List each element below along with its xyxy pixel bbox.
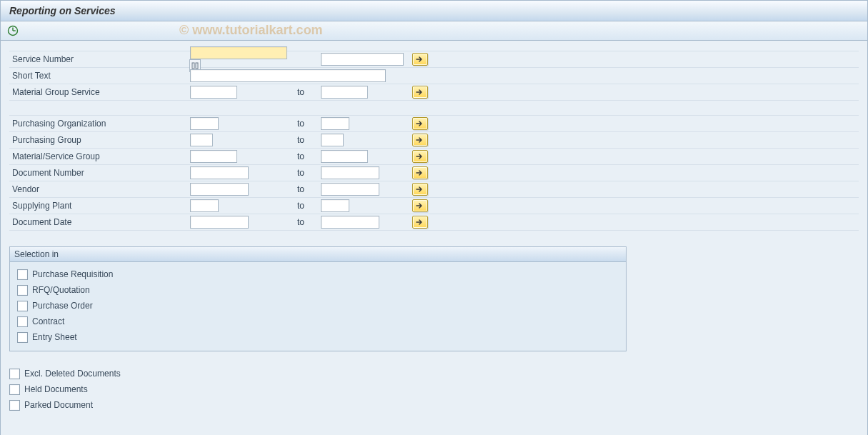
multiple-selection-button[interactable] [412,53,428,66]
checkbox-label: Entry Sheet [32,332,77,342]
multiple-selection-button[interactable] [412,86,428,99]
row-purchasing-group: Purchasing Group to [9,132,859,149]
document-date-from-input[interactable] [190,216,249,229]
selection-in-group: Selection in Purchase Requisition RFQ/Qu… [9,246,627,351]
material-service-group-to-input[interactable] [321,150,368,163]
checkbox[interactable] [9,369,20,379]
watermark: © www.tutorialkart.com [179,23,323,38]
row-supplying-plant: Supplying Plant to [9,198,859,214]
vendor-to-input[interactable] [321,183,379,196]
checkbox[interactable] [17,301,28,311]
multiple-selection-button[interactable] [412,117,428,130]
execute-button[interactable] [6,24,19,37]
label-document-number: Document Number [9,168,190,178]
document-date-to-input[interactable] [321,216,379,229]
selection-in-title: Selection in [10,247,626,262]
purchasing-group-to-input[interactable] [321,134,344,146]
checkbox-label: Parked Document [24,400,93,410]
checkbox-label: Contract [32,316,64,326]
document-number-from-input[interactable] [190,166,249,179]
purchasing-group-from-input[interactable] [190,134,213,146]
multiple-selection-button[interactable] [412,216,428,229]
row-material-group-service: Material Group Service to [9,84,859,101]
service-number-from-input[interactable] [190,46,287,59]
multiple-selection-button[interactable] [412,134,428,146]
checkbox[interactable] [17,332,28,343]
checkbox-label: RFQ/Quotation [32,285,90,295]
material-group-service-to-input[interactable] [321,86,368,99]
title-bar: Reporting on Services [0,0,868,21]
multiple-selection-button[interactable] [412,166,428,179]
checkbox[interactable] [17,285,28,296]
chk-entry-sheet: Entry Sheet [17,329,619,345]
chk-contract: Contract [17,314,619,329]
chk-rfq-quotation: RFQ/Quotation [17,282,619,298]
label-document-date: Document Date [9,217,190,227]
checkbox-label: Excl. Deleted Documents [24,369,121,379]
label-short-text: Short Text [9,71,190,81]
label-service-number: Service Number [9,54,190,64]
row-service-number: Service Number [9,51,859,68]
checkbox-label: Purchase Requisition [32,269,113,279]
application-toolbar: © www.tutorialkart.com [0,21,868,41]
checkbox[interactable] [9,400,20,411]
to-label: to [297,168,321,178]
checkbox[interactable] [17,269,28,280]
row-short-text: Short Text [9,68,859,84]
to-label: to [297,87,321,97]
to-label: to [297,119,321,129]
checkbox-label: Purchase Order [32,301,93,311]
checkbox-label: Held Documents [24,384,88,394]
purchasing-org-from-input[interactable] [190,117,219,130]
multiple-selection-button[interactable] [412,183,428,196]
label-vendor: Vendor [9,184,190,194]
multiple-selection-button[interactable] [412,150,428,163]
chk-parked-document: Parked Document [9,397,859,413]
row-document-date: Document Date to [9,214,859,231]
chk-excl-deleted-documents: Excl. Deleted Documents [9,366,859,381]
document-number-to-input[interactable] [321,166,379,179]
label-material-group-service: Material Group Service [9,87,190,97]
row-purchasing-org: Purchasing Organization to [9,115,859,132]
label-material-service-group: Material/Service Group [9,151,190,161]
to-label: to [297,151,321,161]
to-label: to [297,135,321,145]
chk-held-documents: Held Documents [9,381,859,397]
row-material-service-group: Material/Service Group to [9,149,859,165]
service-number-to-input[interactable] [321,53,404,66]
material-service-group-from-input[interactable] [190,150,237,163]
chk-purchase-order: Purchase Order [17,298,619,314]
purchasing-org-to-input[interactable] [321,117,349,130]
short-text-input[interactable] [190,69,386,82]
page-title: Reporting on Services [9,5,116,16]
chk-purchase-requisition: Purchase Requisition [17,266,619,282]
to-label: to [297,217,321,227]
vendor-from-input[interactable] [190,183,249,196]
checkbox[interactable] [17,316,28,327]
multiple-selection-button[interactable] [412,199,428,212]
row-vendor: Vendor to [9,181,859,198]
checkbox[interactable] [9,384,20,395]
selection-screen: Service Number Short Text Material Group… [0,41,868,435]
label-supplying-plant: Supplying Plant [9,201,190,211]
label-purchasing-group: Purchasing Group [9,135,190,145]
material-group-service-from-input[interactable] [190,86,237,99]
to-label: to [297,184,321,194]
label-purchasing-org: Purchasing Organization [9,119,190,129]
supplying-plant-from-input[interactable] [190,199,219,212]
supplying-plant-to-input[interactable] [321,199,349,212]
row-document-number: Document Number to [9,165,859,181]
to-label: to [297,201,321,211]
